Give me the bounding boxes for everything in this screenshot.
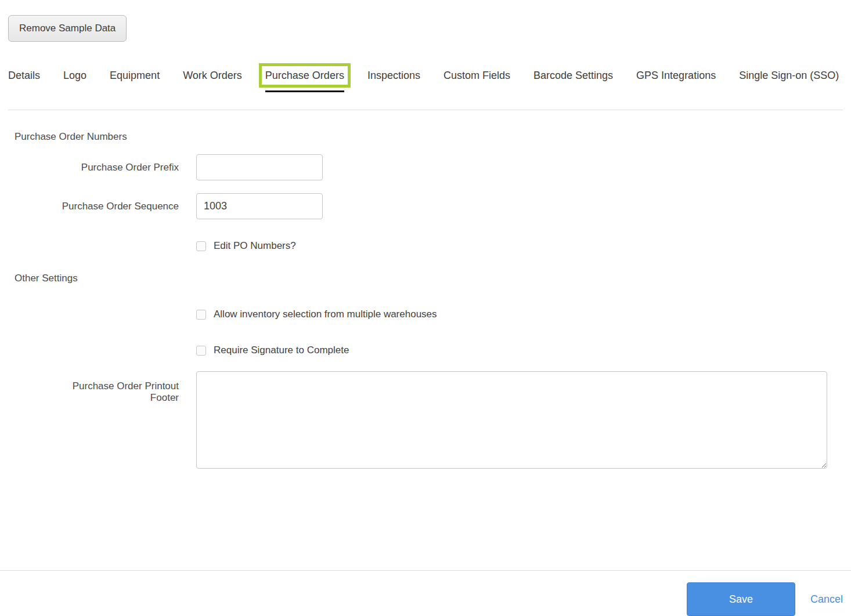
po-prefix-row: Purchase Order Prefix xyxy=(8,154,843,180)
edit-po-numbers-row: Edit PO Numbers? xyxy=(196,240,843,252)
tab-single-sign-on[interactable]: Single Sign-on (SSO) xyxy=(739,70,839,92)
tabs-divider xyxy=(8,110,843,110)
po-sequence-input[interactable] xyxy=(196,193,323,219)
settings-content: Remove Sample Data Details Logo Equipmen… xyxy=(0,0,851,570)
remove-sample-data-button[interactable]: Remove Sample Data xyxy=(8,15,127,42)
tab-equipment[interactable]: Equipment xyxy=(110,70,160,92)
save-button[interactable]: Save xyxy=(687,582,795,616)
settings-page: Remove Sample Data Details Logo Equipmen… xyxy=(0,0,851,616)
form-action-bar: Save Cancel xyxy=(0,570,851,616)
edit-po-numbers-checkbox[interactable] xyxy=(196,241,206,251)
section-title-other-settings: Other Settings xyxy=(15,273,843,284)
tab-logo[interactable]: Logo xyxy=(63,70,86,92)
edit-po-numbers-label[interactable]: Edit PO Numbers? xyxy=(214,240,296,252)
multi-warehouse-label[interactable]: Allow inventory selection from multiple … xyxy=(214,309,437,320)
require-signature-row: Require Signature to Complete xyxy=(196,345,843,356)
cancel-link[interactable]: Cancel xyxy=(810,593,843,606)
tab-details[interactable]: Details xyxy=(8,70,40,92)
tab-barcode-settings[interactable]: Barcode Settings xyxy=(533,70,613,92)
settings-tabs: Details Logo Equipment Work Orders Purch… xyxy=(8,70,843,92)
tab-gps-integrations[interactable]: GPS Integrations xyxy=(636,70,716,92)
po-prefix-input[interactable] xyxy=(196,154,323,180)
tab-work-orders[interactable]: Work Orders xyxy=(183,70,242,92)
multi-warehouse-checkbox[interactable] xyxy=(196,310,206,320)
require-signature-checkbox[interactable] xyxy=(196,346,206,356)
tab-inspections[interactable]: Inspections xyxy=(367,70,420,92)
printout-footer-row: Purchase Order Printout Footer xyxy=(8,371,843,469)
multi-warehouse-row: Allow inventory selection from multiple … xyxy=(196,309,843,320)
printout-footer-textarea[interactable] xyxy=(196,371,827,469)
po-prefix-label: Purchase Order Prefix xyxy=(8,162,179,173)
require-signature-label[interactable]: Require Signature to Complete xyxy=(214,345,349,356)
po-sequence-row: Purchase Order Sequence xyxy=(8,193,843,219)
tab-custom-fields[interactable]: Custom Fields xyxy=(443,70,510,92)
tab-purchase-orders[interactable]: Purchase Orders xyxy=(265,70,344,92)
printout-footer-label: Purchase Order Printout Footer xyxy=(8,371,179,404)
purchase-orders-highlight-box: Purchase Orders xyxy=(265,70,344,81)
section-title-purchase-order-numbers: Purchase Order Numbers xyxy=(15,131,843,143)
po-sequence-label: Purchase Order Sequence xyxy=(8,201,179,212)
